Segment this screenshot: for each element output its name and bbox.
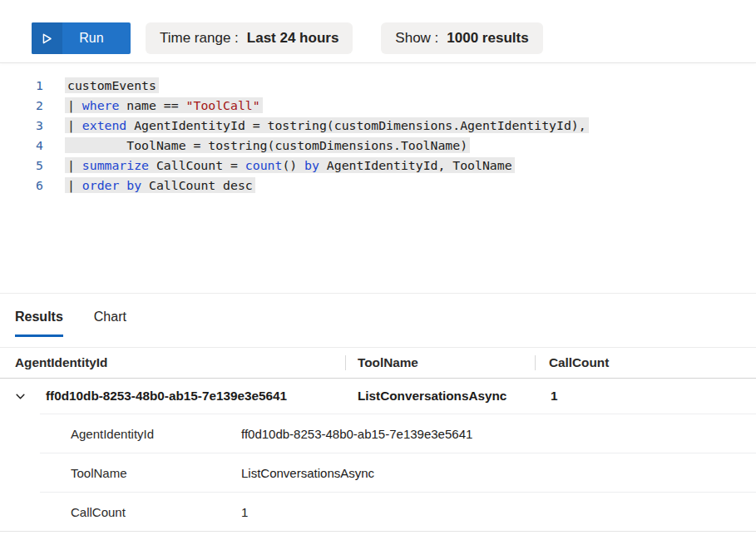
code-line[interactable]: 4 ToolName = tostring(customDimensions.T… xyxy=(0,135,756,155)
column-header[interactable]: CallCount xyxy=(536,355,756,370)
code-text: | summarize CallCount = count() by Agent… xyxy=(65,157,515,173)
detail-label: ToolName xyxy=(71,466,241,480)
show-results-picker[interactable]: Show : 1000 results xyxy=(381,22,542,54)
table-bottom-border xyxy=(0,531,756,532)
line-number: 2 xyxy=(0,98,43,112)
detail-row: ToolNameListConversationsAsync xyxy=(40,453,756,492)
detail-label: CallCount xyxy=(71,505,241,519)
row-cell: 1 xyxy=(551,389,756,404)
results-tabs: ResultsChart xyxy=(15,310,126,337)
show-results-label: Show : xyxy=(395,30,438,47)
run-label: Run xyxy=(62,31,131,46)
detail-value: 1 xyxy=(241,505,756,519)
row-cell: ListConversationsAsync xyxy=(358,389,551,404)
query-editor[interactable]: 1customEvents2| where name == "ToolCall"… xyxy=(0,75,756,195)
code-text: customEvents xyxy=(65,77,159,93)
line-number: 5 xyxy=(0,158,43,172)
code-line[interactable]: 5| summarize CallCount = count() by Agen… xyxy=(0,155,756,175)
code-line[interactable]: 6| order by CallCount desc xyxy=(0,175,756,195)
time-range-label: Time range : xyxy=(160,30,239,47)
row-cell: ff0d10db-8253-48b0-ab15-7e139e3e5641 xyxy=(46,389,358,404)
column-header[interactable]: ToolName xyxy=(346,355,535,370)
code-text: | extend AgentIdentityId = tostring(cust… xyxy=(65,117,589,133)
tab-chart[interactable]: Chart xyxy=(94,310,126,337)
log-query-view: Run Time range : Last 24 hours Show : 10… xyxy=(0,0,756,550)
table-header: AgentIdentityIdToolNameCallCount xyxy=(0,347,756,379)
code-line[interactable]: 3| extend AgentIdentityId = tostring(cus… xyxy=(0,115,756,135)
detail-value: ListConversationsAsync xyxy=(241,466,756,480)
code-text: ToolName = tostring(customDimensions.Too… xyxy=(65,137,470,153)
tab-results[interactable]: Results xyxy=(15,310,63,337)
play-icon xyxy=(32,22,62,54)
detail-row: CallCount1 xyxy=(40,492,756,531)
chevron-down-icon[interactable] xyxy=(15,391,46,402)
results-section-divider xyxy=(0,293,756,294)
code-line[interactable]: 1customEvents xyxy=(0,75,756,95)
show-results-value: 1000 results xyxy=(447,30,528,47)
time-range-value: Last 24 hours xyxy=(247,30,339,47)
line-number: 4 xyxy=(0,138,43,152)
editor-lines: 1customEvents2| where name == "ToolCall"… xyxy=(0,75,756,195)
table-body: ff0d10db-8253-48b0-ab15-7e139e3e5641List… xyxy=(0,379,756,531)
detail-value: ff0d10db-8253-48b0-ab15-7e139e3e5641 xyxy=(241,427,756,441)
code-line[interactable]: 2| where name == "ToolCall" xyxy=(0,95,756,115)
code-text: | where name == "ToolCall" xyxy=(65,97,263,113)
line-number: 1 xyxy=(0,78,43,92)
query-toolbar: Run Time range : Last 24 hours Show : 10… xyxy=(32,22,543,54)
run-button[interactable]: Run xyxy=(32,22,131,54)
code-text: | order by CallCount desc xyxy=(65,177,255,193)
results-table: AgentIdentityIdToolNameCallCount ff0d10d… xyxy=(0,347,756,532)
detail-label: AgentIdentityId xyxy=(71,427,241,441)
line-number: 3 xyxy=(0,118,43,132)
toolbar-divider xyxy=(0,62,756,63)
time-range-picker[interactable]: Time range : Last 24 hours xyxy=(146,22,353,54)
column-header[interactable]: AgentIdentityId xyxy=(15,355,345,370)
detail-row: AgentIdentityIdff0d10db-8253-48b0-ab15-7… xyxy=(40,414,756,453)
line-number: 6 xyxy=(0,178,43,192)
table-row[interactable]: ff0d10db-8253-48b0-ab15-7e139e3e5641List… xyxy=(0,379,756,414)
